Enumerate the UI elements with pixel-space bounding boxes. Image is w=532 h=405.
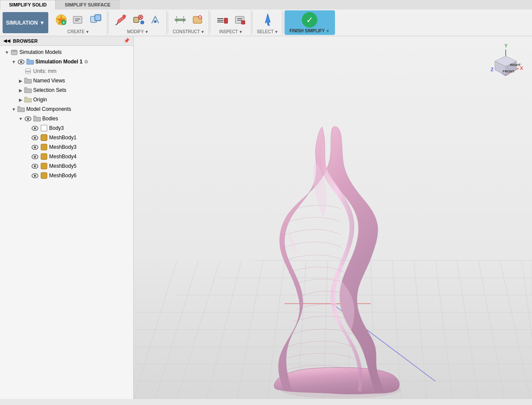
orientation-cube[interactable]: Z X Y FRONT RIGHT	[486, 43, 525, 82]
tree-meshbody5[interactable]: MeshBody5	[0, 161, 133, 171]
modify-icon-2[interactable]	[130, 12, 146, 28]
browser-title: BROWSER	[13, 38, 38, 44]
model-components-arrow[interactable]	[10, 106, 17, 113]
tree-meshbody1[interactable]: MeshBody1	[0, 133, 133, 142]
inspect-icon-1[interactable]	[215, 12, 230, 28]
meshbody1-label: MeshBody1	[49, 135, 76, 141]
browser-pin-icon[interactable]: 📌	[124, 38, 130, 44]
svg-rect-61	[134, 36, 532, 399]
tree-bodies[interactable]: Bodies	[0, 114, 133, 123]
origin-folder-icon	[24, 96, 32, 104]
svg-point-59	[34, 175, 36, 177]
construct-icon-1[interactable]	[172, 12, 188, 28]
tree-model1[interactable]: Simulation Model 1 ⚙	[0, 57, 133, 66]
inspect-label: INSPECT ▼	[219, 29, 243, 34]
tree-named-views[interactable]: Named Views	[0, 76, 133, 85]
model1-arrow[interactable]	[10, 58, 17, 65]
meshbody5-eye-icon[interactable]	[31, 162, 39, 170]
svg-rect-26	[217, 20, 223, 21]
separator-1	[108, 12, 109, 33]
model-components-label: Model Components	[26, 106, 71, 112]
sim-models-arrow[interactable]	[3, 49, 10, 56]
model1-eye-icon[interactable]	[17, 58, 25, 66]
browser-header-left: ◀◀ BROWSER	[3, 38, 38, 44]
named-views-label: Named Views	[33, 78, 65, 84]
tree-simulation-models[interactable]: Simulation Models	[0, 47, 133, 57]
finish-simplify-check-icon: ✓	[302, 12, 317, 28]
separator-3	[210, 12, 210, 33]
units-icon: mm	[24, 67, 32, 75]
tree-meshbody6[interactable]: MeshBody6	[0, 171, 133, 180]
svg-text:mm: mm	[25, 70, 31, 73]
viewport-svg	[134, 36, 532, 399]
finish-simplify-button[interactable]: ✓ FINISH SIMPLIFY ▼	[285, 10, 335, 35]
simulation-dropdown[interactable]: SIMULATION ▼	[3, 12, 48, 33]
construct-chevron[interactable]: ▼	[201, 30, 205, 34]
origin-arrow[interactable]	[17, 96, 24, 103]
tree-meshbody3[interactable]: MeshBody3	[0, 142, 133, 152]
browser-panel: ◀◀ BROWSER 📌 Simulation Models	[0, 36, 134, 399]
meshbody3-body-icon	[40, 143, 48, 151]
toolbar-tabs: SIMPLIFY SOLID SIMPLIFY SURFACE	[0, 0, 532, 9]
select-icons	[260, 11, 275, 28]
construct-icon-2[interactable]	[190, 12, 205, 28]
tree-meshbody4[interactable]: MeshBody4	[0, 152, 133, 161]
svg-rect-25	[217, 18, 223, 19]
svg-point-53	[34, 156, 36, 158]
svg-point-37	[20, 61, 22, 63]
bodies-arrow[interactable]	[17, 115, 24, 122]
tree-origin[interactable]: Origin	[0, 95, 133, 104]
simulation-label: SIMULATION	[6, 20, 38, 26]
create-icon-2[interactable]	[71, 12, 86, 28]
origin-label: Origin	[33, 97, 47, 103]
tab-simplify-surface[interactable]: SIMPLIFY SURFACE	[56, 0, 119, 9]
sim-models-label: Simulation Models	[19, 49, 62, 55]
tab-simplify-solid[interactable]: SIMPLIFY SOLID	[0, 0, 56, 9]
tree-model-components[interactable]: Model Components	[0, 104, 133, 114]
separator-4	[252, 12, 253, 33]
modify-icons	[113, 11, 163, 28]
body3-eye-icon[interactable]	[31, 124, 39, 132]
modify-icon-3[interactable]	[147, 12, 163, 28]
inspect-icon-2[interactable]	[232, 12, 247, 28]
bodies-eye-icon[interactable]	[24, 115, 32, 122]
orientation-cube-svg: Z X Y FRONT RIGHT	[486, 43, 525, 82]
svg-rect-51	[41, 144, 47, 150]
svg-rect-54	[41, 154, 47, 160]
meshbody3-label: MeshBody3	[49, 144, 76, 150]
svg-text:Z: Z	[491, 67, 494, 72]
create-chevron[interactable]: ▼	[85, 30, 89, 34]
bodies-folder-icon	[33, 115, 41, 122]
meshbody1-eye-icon[interactable]	[31, 134, 39, 141]
named-views-folder-icon	[24, 77, 32, 85]
selection-sets-label: Selection Sets	[33, 87, 66, 93]
meshbody4-eye-icon[interactable]	[31, 153, 39, 160]
model1-settings-icon[interactable]: ⚙	[84, 59, 88, 65]
svg-point-56	[34, 165, 36, 167]
svg-rect-48	[41, 135, 47, 141]
inspect-icons	[215, 11, 247, 28]
svg-point-17	[154, 20, 156, 23]
meshbody3-eye-icon[interactable]	[31, 143, 39, 151]
tree-body3[interactable]: Body3	[0, 123, 133, 133]
modify-chevron[interactable]: ▼	[145, 30, 149, 34]
toolbar: SIMPLIFY SOLID SIMPLIFY SURFACE SIMULATI…	[0, 0, 532, 36]
named-views-arrow[interactable]	[17, 77, 24, 84]
body3-body-icon	[40, 124, 48, 132]
modify-icon-1[interactable]	[113, 12, 128, 28]
tree-selection-sets[interactable]: Selection Sets	[0, 85, 133, 95]
meshbody6-eye-icon[interactable]	[31, 172, 39, 179]
collapse-icon[interactable]: ◀◀	[3, 38, 10, 43]
meshbody5-body-icon	[40, 162, 48, 170]
create-icon-3[interactable]	[88, 12, 103, 28]
select-chevron[interactable]: ▼	[275, 30, 279, 34]
svg-point-43	[34, 127, 36, 129]
svg-rect-32	[241, 21, 245, 24]
inspect-chevron[interactable]: ▼	[239, 30, 243, 34]
create-icon-1[interactable]: +	[53, 12, 69, 28]
svg-text:+: +	[63, 20, 65, 25]
selection-sets-arrow[interactable]	[17, 87, 24, 94]
select-icon-1[interactable]	[260, 12, 275, 28]
svg-marker-33	[265, 14, 270, 26]
viewport[interactable]: Z X Y FRONT RIGHT	[134, 36, 532, 399]
